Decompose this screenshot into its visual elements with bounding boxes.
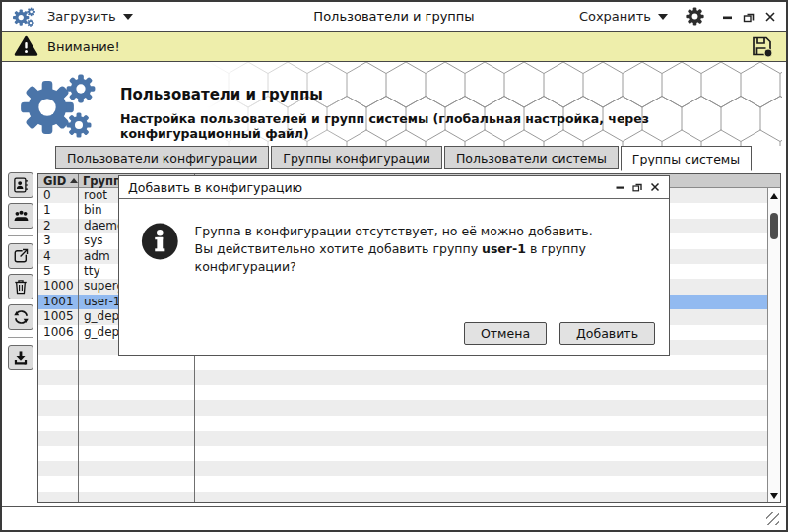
cell-gid: 1001: [38, 295, 78, 309]
cell-gid: 0: [38, 188, 78, 203]
cell-group: [78, 492, 194, 502]
close-icon[interactable]: [650, 182, 660, 192]
cell-group: [78, 416, 194, 431]
cell-gid: 1000: [38, 279, 78, 294]
table-row[interactable]: [38, 355, 767, 369]
dialog-titlebar[interactable]: Добавить в конфигурацию: [119, 176, 669, 199]
trash-icon: [12, 278, 30, 296]
dialog-message-line1: Группа в конфигурации отсутствует, но её…: [195, 223, 651, 240]
cell-gid: 4: [38, 249, 78, 264]
minimize-icon[interactable]: [616, 182, 625, 192]
tab-groups-config[interactable]: Группы конфигурации: [271, 146, 442, 169]
table-row[interactable]: [38, 446, 767, 461]
save-dropdown-label: Сохранить: [579, 9, 651, 24]
table-row[interactable]: [38, 492, 767, 502]
cell-gid: [38, 400, 78, 415]
cell-gid: [38, 340, 78, 355]
top-toolbar: Загрузить Пользователи и группы Сохранит…: [2, 2, 786, 32]
cell-gid: [38, 461, 78, 476]
download-button[interactable]: [8, 345, 33, 370]
action-sidebar: [7, 172, 34, 375]
app-window: Загрузить Пользователи и группы Сохранит…: [0, 0, 788, 532]
tab-users-system[interactable]: Пользователи системы: [444, 146, 619, 169]
users-group-icon: [12, 207, 31, 225]
header-gears-icon: [16, 70, 106, 141]
maximize-icon[interactable]: [632, 182, 643, 192]
cell-gid: [38, 431, 78, 445]
info-circle-icon: [141, 221, 179, 262]
warning-label: Внимание!: [47, 39, 120, 54]
cell-extra: [194, 446, 767, 461]
header-title: Пользователи и группы: [120, 86, 786, 103]
address-book-button[interactable]: [8, 172, 33, 198]
cell-extra: [194, 400, 767, 415]
close-icon[interactable]: [764, 11, 776, 23]
scroll-up-button[interactable]: [768, 189, 780, 202]
vertical-scrollbar[interactable]: [767, 188, 780, 502]
export-button[interactable]: [8, 243, 33, 269]
refresh-button[interactable]: [8, 304, 33, 330]
scroll-down-button[interactable]: [768, 489, 780, 501]
dialog-message: Группа в конфигурации отсутствует, но её…: [195, 221, 651, 276]
settings-gear-icon[interactable]: [686, 7, 704, 26]
table-row[interactable]: [38, 431, 767, 445]
cell-gid: 1006: [38, 325, 78, 340]
tab-groups-system[interactable]: Группы системы: [621, 146, 752, 171]
cell-gid: 1: [38, 203, 78, 218]
delete-button[interactable]: [8, 274, 33, 299]
cell-gid: 3: [38, 233, 78, 248]
tab-bar: Пользователи конфигурации Группы конфигу…: [55, 146, 754, 171]
resize-grip[interactable]: [766, 512, 779, 525]
cell-gid: [38, 446, 78, 461]
status-bar: [2, 506, 786, 530]
table-row[interactable]: [38, 476, 767, 491]
cell-group: [78, 385, 194, 400]
content-area: Пользователи и группы Настройка пользова…: [2, 62, 786, 506]
cell-group: [78, 446, 194, 461]
table-row[interactable]: [38, 416, 767, 431]
scrollbar-thumb[interactable]: [770, 213, 778, 239]
cancel-button[interactable]: Отмена: [464, 322, 547, 345]
table-row[interactable]: [38, 461, 767, 476]
cell-gid: [38, 355, 78, 369]
cell-extra: [194, 385, 767, 400]
add-to-config-dialog: Добавить в конфигурацию: [118, 175, 670, 356]
warning-triangle-icon: [14, 35, 38, 57]
cell-gid: [38, 476, 78, 491]
save-config-floppy-icon[interactable]: [750, 34, 774, 58]
cell-group: [78, 355, 194, 369]
cell-extra: [194, 355, 767, 369]
cell-gid: 1005: [38, 309, 78, 324]
export-icon: [12, 247, 30, 265]
tab-users-config[interactable]: Пользователи конфигурации: [55, 146, 269, 169]
save-dropdown-button[interactable]: Сохранить: [579, 9, 668, 24]
cell-group: [78, 431, 194, 445]
sidebar-separator: [8, 235, 33, 236]
dialog-message-line2: Вы действительно хотите добавить группу …: [195, 240, 651, 276]
address-book-icon: [12, 176, 30, 194]
cell-gid: [38, 370, 78, 385]
sidebar-separator: [8, 337, 33, 338]
download-icon: [12, 349, 30, 366]
maximize-icon[interactable]: [743, 11, 755, 23]
dialog-title: Добавить в конфигурацию: [128, 180, 302, 195]
users-group-button[interactable]: [8, 203, 33, 229]
triangle-up-icon: [770, 193, 778, 199]
cell-gid: [38, 492, 78, 502]
table-row[interactable]: [38, 400, 767, 415]
dialog-body: Группа в конфигурации отсутствует, но её…: [119, 199, 669, 276]
confirm-add-button[interactable]: Добавить: [559, 322, 655, 345]
cell-gid: [38, 416, 78, 431]
column-header-gid[interactable]: GID: [38, 174, 78, 187]
table-row[interactable]: [38, 385, 767, 400]
refresh-icon: [12, 308, 31, 326]
table-row[interactable]: [38, 370, 767, 385]
minimize-icon[interactable]: [722, 11, 734, 23]
cell-extra: [194, 416, 767, 431]
cell-group: [78, 476, 194, 491]
cell-gid: 2: [38, 219, 78, 233]
header-subtitle: Настройка пользователей и групп системы …: [120, 111, 786, 141]
cell-extra: [194, 370, 767, 385]
cell-extra: [194, 431, 767, 445]
triangle-down-icon: [770, 493, 778, 499]
